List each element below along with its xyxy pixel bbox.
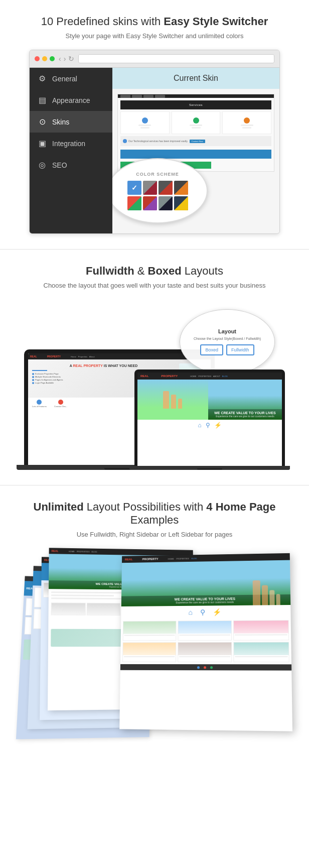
section3-title-middle: Layout Possibilities with [84, 501, 207, 513]
color-swatch-1[interactable] [127, 181, 141, 195]
sidebar-item-seo[interactable]: ◎ SEO [30, 154, 112, 176]
family-fig [253, 580, 280, 605]
lms-bullet-dot-4 [32, 382, 34, 384]
p1-nav-links: HOME PROPERTIES BLOG [69, 550, 97, 553]
section2-title: Fullwidth & Boxed Layouts [10, 265, 299, 278]
laptop-front-base [129, 466, 290, 470]
p5-gc-line-2 [179, 635, 230, 636]
section1-subtitle: Style your page with Easy Style Switcher… [10, 32, 299, 40]
feature-icon-label-2: Creative Des... [54, 405, 67, 408]
lms-bullet-text-1: Exclusive Properties Page [35, 373, 59, 375]
p5-hero: WE CREATE VALUE TO YOUR LIVES Experience… [137, 380, 282, 420]
preview-card-1 [120, 111, 170, 134]
sidebar-item-appearance[interactable]: ▤ Appearance [30, 89, 112, 111]
feature-icon-circle-2 [58, 400, 63, 405]
fig-3 [269, 590, 274, 605]
search-feat-icon: ⚲ [200, 608, 205, 616]
p5-gc-line-6 [235, 656, 288, 657]
p5-nav-links-2: HOME PROPERTIES BLOG [168, 557, 197, 560]
p5-nav-home-2: HOME [168, 557, 174, 560]
layout-buttons: Boxed Fullwidth [200, 344, 254, 355]
preview-hero-text: Services [189, 103, 203, 106]
home-feat-icon: ⌂ [189, 608, 193, 616]
browser-url-bar[interactable] [78, 54, 274, 63]
sidebar-item-skins-label: Skins [52, 118, 69, 126]
back-arrow-icon: ‹ [59, 55, 61, 63]
lms-bullet-text-2: Multiple Shortcode Elements [35, 376, 61, 378]
p5-hero-2: WE CREATE VALUE TO YOUR LIVES Experience… [121, 560, 291, 606]
color-swatch-7[interactable] [159, 196, 173, 210]
browser-nav: ‹ › ↻ [59, 55, 74, 63]
boxed-button[interactable]: Boxed [200, 344, 223, 355]
p5-hero-title: WE CREATE VALUE TO YOUR LIVES [211, 411, 279, 415]
p5-grid-card-5 [178, 642, 232, 662]
color-swatch-3[interactable] [159, 181, 173, 195]
preview-card-3 [222, 111, 271, 134]
footer-dot-3 [210, 666, 213, 669]
color-grid [127, 181, 188, 210]
lms-nav-link-home: Home [71, 355, 76, 358]
current-skin-header: Current Skin [112, 68, 279, 89]
integration-icon: ▣ [37, 139, 47, 148]
footer-dot-2 [203, 666, 206, 669]
p5-gc-img-2 [178, 621, 231, 634]
sidebar-item-integration[interactable]: ▣ Integration [30, 133, 112, 154]
section-3: Unlimited Layout Possibilities with 4 Ho… [0, 485, 309, 754]
admin-sidebar: ⚙ General ▤ Appearance ⊙ Skins ▣ Integra… [30, 68, 112, 233]
color-swatch-4[interactable] [174, 181, 188, 195]
bolt-feat-icon: ⚡ [213, 608, 221, 616]
sidebar-item-general[interactable]: ⚙ General [30, 68, 112, 89]
preview-nav-item [155, 95, 165, 98]
fullwidth-button[interactable]: Fullwidth [226, 344, 254, 355]
color-swatch-2[interactable] [143, 181, 157, 195]
sidebar-item-skins[interactable]: ⊙ Skins [30, 111, 112, 133]
lms-bullet-text-3: Pages for Agencies and Agents [35, 379, 63, 381]
p5-feature-icons: ⌂ ⚲ ⚡ [121, 605, 290, 619]
p5-nav-blog-2: BLOG [192, 557, 197, 559]
p5-feat-bolt: ⚡ [213, 608, 221, 616]
dot-yellow [42, 56, 47, 61]
preview-hero: Services [120, 100, 271, 109]
preview-nav-item [132, 95, 142, 98]
section3-title-suffix: Examples [130, 514, 179, 526]
p5-gc-img-1 [123, 622, 176, 634]
color-swatch-5[interactable] [127, 196, 141, 210]
preview-cards [120, 111, 271, 134]
lms-logo-real: REAL [30, 355, 37, 358]
color-swatch-6[interactable] [143, 196, 157, 210]
section2-title-suffix: Layouts [182, 265, 223, 277]
p5-grid-card-1 [123, 621, 177, 641]
sidebar-item-appearance-label: Appearance [52, 96, 90, 104]
p1-mini-card-2 [86, 603, 120, 615]
lms-feature-icon-2: Creative Des... [54, 400, 67, 408]
p5-grid [120, 618, 291, 664]
p5-nav: REAL PROPERTY HOME PROPERTIES ABOUT BLOG [137, 373, 282, 380]
search-icon: ⚲ [206, 422, 210, 429]
p1-nav-link: PROPERTIES [77, 550, 90, 553]
lms-bullet-text-4: Login Page Available [35, 382, 54, 384]
lms-hero-line [32, 370, 47, 371]
browser-bar: ‹ › ↻ [30, 50, 279, 68]
dot-red [35, 56, 40, 61]
appearance-icon: ▤ [37, 95, 47, 105]
color-swatch-8[interactable] [174, 196, 188, 210]
p5-feat-home: ⌂ [189, 608, 193, 616]
lms-hero-title: A REAL PROPERTY IS WHAT YOU NEED [32, 363, 175, 368]
p5-grid-card-3 [233, 620, 289, 641]
layout-popup-title: Layout [218, 328, 236, 334]
p5-gc-line-5 [179, 656, 231, 657]
laptop-front-screen: REAL PROPERTY HOME PROPERTIES ABOUT BLOG [137, 373, 282, 467]
p5-grid-card-2 [178, 621, 232, 641]
p5-nav-about: ABOUT [213, 375, 220, 378]
p5-nav-blog: BLOG [222, 375, 228, 378]
general-icon: ⚙ [37, 74, 47, 83]
family-silhouette [163, 391, 182, 409]
preview-footer-bar: Our Technological services has been impr… [120, 136, 271, 146]
color-scheme-panel: COLOR SCHEME [112, 158, 208, 223]
browser-mockup: ‹ › ↻ ⚙ General ▤ Appearance ⊙ Skins [29, 50, 280, 234]
admin-main-panel: Current Skin [112, 68, 279, 233]
p5-bottom-icons: ⌂ ⚲ ⚡ [137, 420, 282, 431]
section3-title-highlight: 4 Home Page [206, 501, 275, 513]
p1-mini-card-1 [51, 602, 86, 615]
preview-blue-bar [120, 150, 271, 159]
